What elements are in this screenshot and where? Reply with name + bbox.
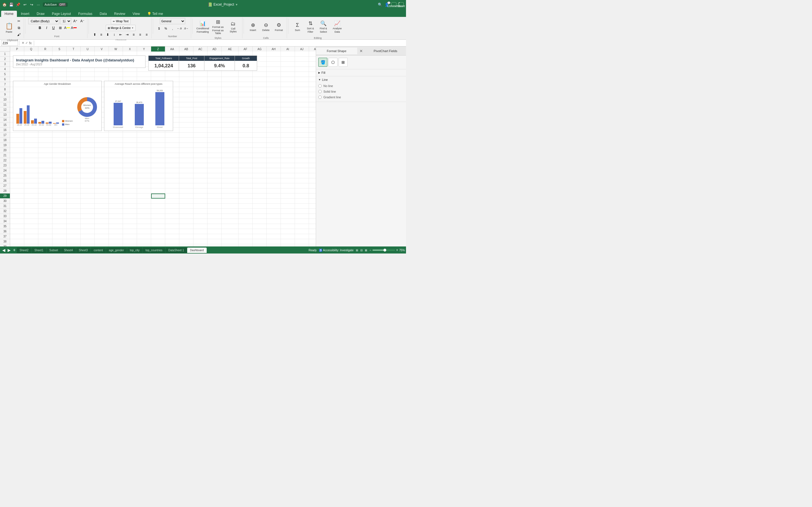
cell-12-21[interactable] <box>309 107 316 112</box>
cell-19-21[interactable] <box>309 143 316 148</box>
cell-25-8[interactable] <box>123 173 137 178</box>
cell-38-19[interactable] <box>281 239 295 244</box>
cell-35-21[interactable] <box>309 224 316 229</box>
cell-34-0[interactable] <box>10 219 24 224</box>
save-icon[interactable]: 💾 <box>9 2 13 7</box>
cell-19-3[interactable] <box>52 143 66 148</box>
cell-23-15[interactable] <box>221 163 239 168</box>
cell-38-14[interactable] <box>207 239 221 244</box>
cell-26-1[interactable] <box>24 178 38 183</box>
cell-3-18[interactable] <box>267 62 281 67</box>
cell-16-15[interactable] <box>221 128 239 133</box>
pivot-chart-tab[interactable]: PivotChart Fields <box>365 48 406 54</box>
cell-22-6[interactable] <box>95 158 109 163</box>
cell-33-2[interactable] <box>38 214 52 219</box>
cell-31-12[interactable] <box>179 204 193 209</box>
no-line-option[interactable]: No line <box>318 83 404 89</box>
cell-30-1[interactable] <box>24 199 38 204</box>
cell-39-4[interactable] <box>66 244 81 246</box>
cell-30-16[interactable] <box>239 199 253 204</box>
cell-37-12[interactable] <box>179 234 193 239</box>
cell-39-6[interactable] <box>95 244 109 246</box>
cell-27-1[interactable] <box>24 183 38 188</box>
cell-25-4[interactable] <box>66 173 81 178</box>
cell-9-16[interactable] <box>239 92 253 97</box>
cell-22-12[interactable] <box>179 158 193 163</box>
cell-18-7[interactable] <box>109 138 123 143</box>
cut-button[interactable]: ✂ <box>16 18 22 24</box>
cell-11-16[interactable] <box>239 102 253 107</box>
cell-27-0[interactable] <box>10 183 24 188</box>
cell-28-17[interactable] <box>253 188 267 193</box>
cell-3-21[interactable] <box>309 62 316 67</box>
sort-filter-button[interactable]: ⇅ Sort & Filter <box>304 18 317 36</box>
cell-16-20[interactable] <box>295 128 309 133</box>
cell-33-9[interactable] <box>137 214 151 219</box>
cell-19-16[interactable] <box>239 143 253 148</box>
cell-8-16[interactable] <box>239 87 253 92</box>
cell-32-8[interactable] <box>123 209 137 214</box>
cell-26-7[interactable] <box>109 178 123 183</box>
cell-32-7[interactable] <box>109 209 123 214</box>
cell-18-9[interactable] <box>137 138 151 143</box>
cell-27-16[interactable] <box>239 183 253 188</box>
tab-draw[interactable]: Draw <box>33 11 48 17</box>
cell-31-19[interactable] <box>281 204 295 209</box>
cell-33-3[interactable] <box>52 214 66 219</box>
formula-input[interactable] <box>35 40 405 46</box>
cell-21-17[interactable] <box>253 153 267 158</box>
cell-38-15[interactable] <box>221 239 239 244</box>
cell-26-12[interactable] <box>179 178 193 183</box>
bold-button[interactable]: B <box>37 25 43 31</box>
cell-1-21[interactable] <box>309 52 316 57</box>
cell-16-21[interactable] <box>309 128 316 133</box>
cell-19-1[interactable] <box>24 143 38 148</box>
cell-20-9[interactable] <box>137 148 151 153</box>
cell-6-12[interactable] <box>179 77 193 82</box>
cell-24-17[interactable] <box>253 168 267 173</box>
cell-33-21[interactable] <box>309 214 316 219</box>
cell-8-17[interactable] <box>253 87 267 92</box>
tab-insert[interactable]: Insert <box>17 11 33 17</box>
cell-23-9[interactable] <box>137 163 151 168</box>
cell-15-19[interactable] <box>281 122 295 128</box>
cell-36-8[interactable] <box>123 229 137 234</box>
cell-24-18[interactable] <box>267 168 281 173</box>
cell-25-7[interactable] <box>109 173 123 178</box>
cell-35-7[interactable] <box>109 224 123 229</box>
cell-27-6[interactable] <box>95 183 109 188</box>
cell-19-18[interactable] <box>267 143 281 148</box>
cell-39-19[interactable] <box>281 244 295 246</box>
cell-6-14[interactable] <box>207 77 221 82</box>
cell-28-4[interactable] <box>66 188 81 193</box>
cell-6-13[interactable] <box>193 77 207 82</box>
autosum-button[interactable]: Σ Sum <box>291 18 304 36</box>
cell-19-2[interactable] <box>38 143 52 148</box>
cell-5-21[interactable] <box>309 72 316 77</box>
cell-25-18[interactable] <box>267 173 281 178</box>
cell-17-18[interactable] <box>267 133 281 138</box>
cell-30-4[interactable] <box>66 199 81 204</box>
cell-23-2[interactable] <box>38 163 52 168</box>
cell-29-5[interactable] <box>81 193 95 199</box>
cell-28-8[interactable] <box>123 188 137 193</box>
cell-8-21[interactable] <box>309 87 316 92</box>
cell-13-15[interactable] <box>221 112 239 117</box>
cell-23-10[interactable] <box>151 163 165 168</box>
cell-6-15[interactable] <box>221 77 239 82</box>
decrease-font-button[interactable]: A⁻ <box>79 18 86 24</box>
cell-39-9[interactable] <box>137 244 151 246</box>
cell-35-4[interactable] <box>66 224 81 229</box>
align-middle-button[interactable]: ≡ <box>98 32 104 38</box>
redo-icon[interactable]: ↪ <box>29 2 34 7</box>
prev-sheets-button[interactable]: ◀ <box>1 248 6 252</box>
cell-29-4[interactable] <box>66 193 81 199</box>
cell-38-9[interactable] <box>137 239 151 244</box>
cell-33-16[interactable] <box>239 214 253 219</box>
cell-13-17[interactable] <box>253 112 267 117</box>
cell-2-18[interactable] <box>267 57 281 62</box>
size-icon-button[interactable]: ⊞ <box>339 58 348 67</box>
cell-29-14[interactable] <box>207 193 221 199</box>
cell-39-14[interactable] <box>207 244 221 246</box>
cell-9-14[interactable] <box>207 92 221 97</box>
